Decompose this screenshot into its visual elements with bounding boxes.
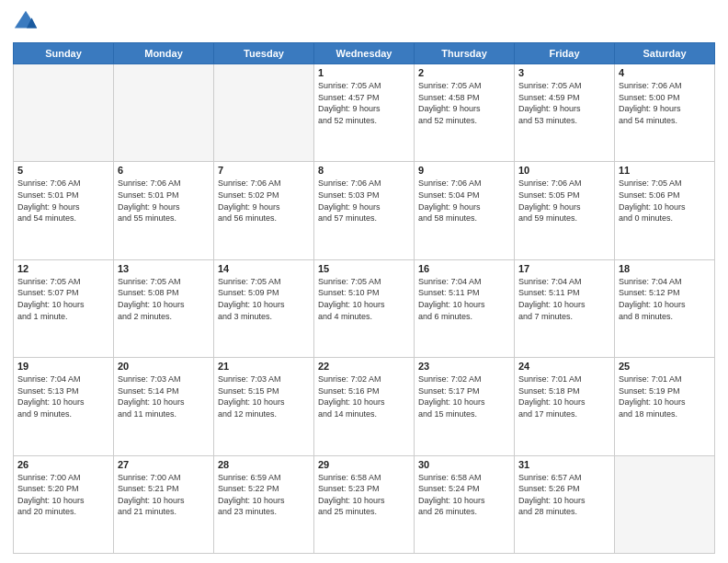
weekday-header: Monday: [114, 43, 214, 64]
calendar-day-cell: 22Sunrise: 7:02 AM Sunset: 5:16 PM Dayli…: [314, 358, 415, 455]
calendar-day-cell: 3Sunrise: 7:05 AM Sunset: 4:59 PM Daylig…: [515, 64, 615, 162]
day-info: Sunrise: 6:59 AM Sunset: 5:22 PM Dayligh…: [218, 472, 310, 518]
calendar-day-cell: 24Sunrise: 7:01 AM Sunset: 5:18 PM Dayli…: [515, 358, 615, 455]
calendar-day-cell: 31Sunrise: 6:57 AM Sunset: 5:26 PM Dayli…: [515, 455, 615, 553]
header: [13, 9, 715, 35]
day-number: 3: [518, 67, 610, 78]
calendar-day-cell: [114, 64, 214, 162]
day-info: Sunrise: 7:06 AM Sunset: 5:04 PM Dayligh…: [418, 178, 510, 224]
day-number: 12: [17, 263, 109, 274]
day-number: 19: [17, 361, 109, 372]
calendar-day-cell: [14, 64, 114, 162]
weekday-header: Tuesday: [214, 43, 314, 64]
calendar-day-cell: 13Sunrise: 7:05 AM Sunset: 5:08 PM Dayli…: [114, 259, 214, 357]
day-info: Sunrise: 7:02 AM Sunset: 5:17 PM Dayligh…: [418, 373, 510, 419]
day-number: 28: [218, 459, 310, 470]
calendar-table: SundayMondayTuesdayWednesdayThursdayFrid…: [13, 42, 715, 554]
calendar-week-row: 12Sunrise: 7:05 AM Sunset: 5:07 PM Dayli…: [14, 259, 715, 357]
logo: [13, 9, 43, 35]
calendar-day-cell: 25Sunrise: 7:01 AM Sunset: 5:19 PM Dayli…: [615, 358, 715, 455]
calendar-week-row: 26Sunrise: 7:00 AM Sunset: 5:20 PM Dayli…: [14, 455, 715, 553]
page: SundayMondayTuesdayWednesdayThursdayFrid…: [0, 0, 728, 563]
day-info: Sunrise: 7:05 AM Sunset: 5:10 PM Dayligh…: [318, 276, 410, 322]
calendar-day-cell: 15Sunrise: 7:05 AM Sunset: 5:10 PM Dayli…: [314, 259, 415, 357]
day-number: 16: [418, 263, 510, 274]
logo-icon: [13, 9, 39, 35]
day-number: 17: [518, 263, 610, 274]
calendar-day-cell: 27Sunrise: 7:00 AM Sunset: 5:21 PM Dayli…: [114, 455, 214, 553]
calendar-day-cell: 9Sunrise: 7:06 AM Sunset: 5:04 PM Daylig…: [415, 162, 515, 259]
weekday-header: Thursday: [415, 43, 515, 64]
calendar-day-cell: 11Sunrise: 7:05 AM Sunset: 5:06 PM Dayli…: [615, 162, 715, 259]
day-info: Sunrise: 7:06 AM Sunset: 5:02 PM Dayligh…: [218, 178, 310, 224]
calendar-day-cell: 23Sunrise: 7:02 AM Sunset: 5:17 PM Dayli…: [415, 358, 515, 455]
calendar-body: 1Sunrise: 7:05 AM Sunset: 4:57 PM Daylig…: [14, 64, 715, 554]
calendar-day-cell: 30Sunrise: 6:58 AM Sunset: 5:24 PM Dayli…: [415, 455, 515, 553]
day-info: Sunrise: 7:05 AM Sunset: 5:08 PM Dayligh…: [118, 276, 210, 322]
day-info: Sunrise: 7:00 AM Sunset: 5:20 PM Dayligh…: [17, 472, 109, 518]
day-number: 4: [619, 67, 711, 78]
calendar-day-cell: 1Sunrise: 7:05 AM Sunset: 4:57 PM Daylig…: [314, 64, 415, 162]
day-number: 11: [619, 165, 711, 176]
day-info: Sunrise: 7:05 AM Sunset: 4:59 PM Dayligh…: [518, 80, 610, 126]
calendar-day-cell: 21Sunrise: 7:03 AM Sunset: 5:15 PM Dayli…: [214, 358, 314, 455]
day-info: Sunrise: 7:06 AM Sunset: 5:01 PM Dayligh…: [118, 178, 210, 224]
calendar-day-cell: 2Sunrise: 7:05 AM Sunset: 4:58 PM Daylig…: [415, 64, 515, 162]
day-info: Sunrise: 7:04 AM Sunset: 5:11 PM Dayligh…: [418, 276, 510, 322]
weekday-header: Saturday: [615, 43, 715, 64]
day-number: 18: [619, 263, 711, 274]
day-info: Sunrise: 7:05 AM Sunset: 5:06 PM Dayligh…: [619, 178, 711, 224]
day-number: 27: [118, 459, 210, 470]
day-number: 26: [17, 459, 109, 470]
day-number: 22: [318, 361, 410, 372]
calendar-day-cell: [214, 64, 314, 162]
calendar-day-cell: 7Sunrise: 7:06 AM Sunset: 5:02 PM Daylig…: [214, 162, 314, 259]
day-info: Sunrise: 7:05 AM Sunset: 4:58 PM Dayligh…: [418, 80, 510, 126]
day-info: Sunrise: 7:05 AM Sunset: 5:09 PM Dayligh…: [218, 276, 310, 322]
calendar-week-row: 5Sunrise: 7:06 AM Sunset: 5:01 PM Daylig…: [14, 162, 715, 259]
day-info: Sunrise: 7:00 AM Sunset: 5:21 PM Dayligh…: [118, 472, 210, 518]
weekday-header: Sunday: [14, 43, 114, 64]
day-info: Sunrise: 7:06 AM Sunset: 5:01 PM Dayligh…: [17, 178, 109, 224]
day-number: 2: [418, 67, 510, 78]
calendar-day-cell: 17Sunrise: 7:04 AM Sunset: 5:11 PM Dayli…: [515, 259, 615, 357]
day-info: Sunrise: 7:03 AM Sunset: 5:15 PM Dayligh…: [218, 373, 310, 419]
day-number: 7: [218, 165, 310, 176]
day-number: 20: [118, 361, 210, 372]
day-info: Sunrise: 7:04 AM Sunset: 5:13 PM Dayligh…: [17, 373, 109, 419]
calendar-day-cell: 14Sunrise: 7:05 AM Sunset: 5:09 PM Dayli…: [214, 259, 314, 357]
day-number: 1: [318, 67, 410, 78]
day-info: Sunrise: 7:02 AM Sunset: 5:16 PM Dayligh…: [318, 373, 410, 419]
day-info: Sunrise: 7:05 AM Sunset: 5:07 PM Dayligh…: [17, 276, 109, 322]
calendar-day-cell: 26Sunrise: 7:00 AM Sunset: 5:20 PM Dayli…: [14, 455, 114, 553]
day-info: Sunrise: 7:06 AM Sunset: 5:00 PM Dayligh…: [619, 80, 711, 126]
day-info: Sunrise: 7:06 AM Sunset: 5:03 PM Dayligh…: [318, 178, 410, 224]
calendar-day-cell: 8Sunrise: 7:06 AM Sunset: 5:03 PM Daylig…: [314, 162, 415, 259]
weekday-header: Wednesday: [314, 43, 415, 64]
day-number: 15: [318, 263, 410, 274]
calendar-day-cell: [615, 455, 715, 553]
day-number: 25: [619, 361, 711, 372]
day-number: 14: [218, 263, 310, 274]
day-number: 5: [17, 165, 109, 176]
day-info: Sunrise: 6:58 AM Sunset: 5:23 PM Dayligh…: [318, 472, 410, 518]
day-info: Sunrise: 7:06 AM Sunset: 5:05 PM Dayligh…: [518, 178, 610, 224]
calendar-week-row: 1Sunrise: 7:05 AM Sunset: 4:57 PM Daylig…: [14, 64, 715, 162]
day-info: Sunrise: 6:58 AM Sunset: 5:24 PM Dayligh…: [418, 472, 510, 518]
calendar-day-cell: 29Sunrise: 6:58 AM Sunset: 5:23 PM Dayli…: [314, 455, 415, 553]
day-number: 30: [418, 459, 510, 470]
calendar-day-cell: 4Sunrise: 7:06 AM Sunset: 5:00 PM Daylig…: [615, 64, 715, 162]
day-number: 10: [518, 165, 610, 176]
calendar-day-cell: 16Sunrise: 7:04 AM Sunset: 5:11 PM Dayli…: [415, 259, 515, 357]
day-number: 23: [418, 361, 510, 372]
calendar-day-cell: 18Sunrise: 7:04 AM Sunset: 5:12 PM Dayli…: [615, 259, 715, 357]
calendar-day-cell: 12Sunrise: 7:05 AM Sunset: 5:07 PM Dayli…: [14, 259, 114, 357]
day-info: Sunrise: 7:03 AM Sunset: 5:14 PM Dayligh…: [118, 373, 210, 419]
day-info: Sunrise: 7:01 AM Sunset: 5:19 PM Dayligh…: [619, 373, 711, 419]
day-number: 31: [518, 459, 610, 470]
day-info: Sunrise: 7:04 AM Sunset: 5:11 PM Dayligh…: [518, 276, 610, 322]
day-info: Sunrise: 6:57 AM Sunset: 5:26 PM Dayligh…: [518, 472, 610, 518]
day-info: Sunrise: 7:01 AM Sunset: 5:18 PM Dayligh…: [518, 373, 610, 419]
day-number: 8: [318, 165, 410, 176]
day-number: 21: [218, 361, 310, 372]
